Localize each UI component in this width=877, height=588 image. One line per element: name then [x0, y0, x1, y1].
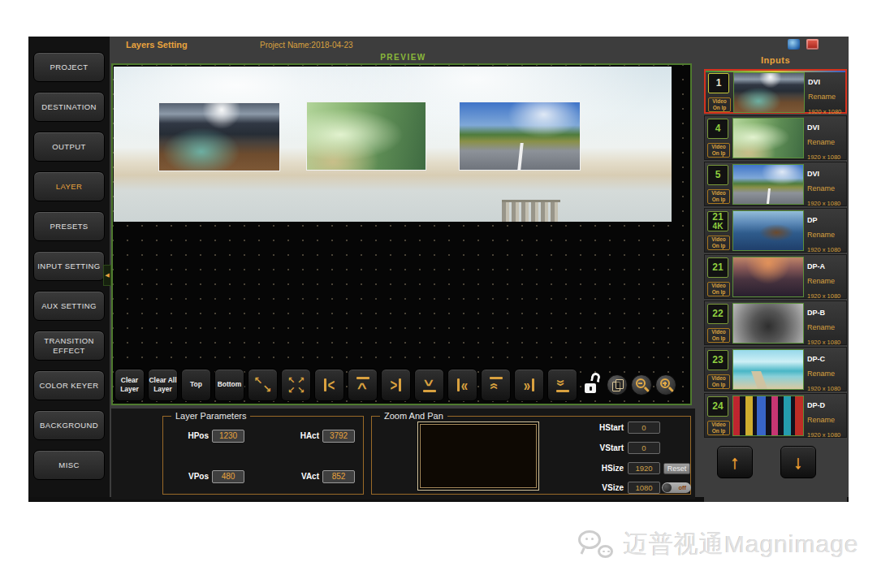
- sidebar-item-destination[interactable]: DESTINATION: [33, 92, 105, 122]
- hact-field[interactable]: 3792: [322, 430, 355, 443]
- zoom-in-button[interactable]: [655, 374, 676, 396]
- move-bottommost-button[interactable]: »: [547, 369, 577, 401]
- rename-button[interactable]: Rename: [807, 416, 835, 424]
- sidebar-item-transition-effect[interactable]: TRANSITION EFFECT: [33, 331, 105, 361]
- preview-canvas[interactable]: Clear Layer Clear All Layer Top Bottom ↖…: [111, 63, 692, 405]
- sidebar-item-project[interactable]: PROJECT: [33, 52, 105, 82]
- wechat-logo-icon: [578, 529, 616, 561]
- project-name: Project Name:2018-04-23: [260, 41, 353, 50]
- sidebar-collapse-handle[interactable]: ◀: [103, 265, 111, 286]
- input-thumbnail-city: [732, 396, 804, 436]
- toggle-state-label: off: [678, 484, 686, 491]
- align-top-icon: <: [356, 377, 369, 392]
- input-type: DP-D: [807, 401, 825, 409]
- sidebar: PROJECT DESTINATION OUTPUT LAYER PRESETS…: [28, 37, 110, 497]
- clear-all-layer-button[interactable]: Clear All Layer: [148, 369, 178, 401]
- rename-button[interactable]: Rename: [807, 323, 835, 331]
- input-item-24[interactable]: 24 VideoOn Ip DP-D Rename 1920 x 1080: [704, 393, 847, 438]
- pier-structure: [502, 200, 560, 222]
- vsize-field[interactable]: 1080: [628, 482, 660, 494]
- layer-3-road[interactable]: [459, 102, 581, 171]
- input-resolution: 1920 x 1080: [807, 292, 840, 300]
- rename-button[interactable]: Rename: [807, 277, 835, 285]
- layer-2-plant[interactable]: [306, 102, 426, 171]
- network-status-icon[interactable]: [788, 39, 800, 50]
- zoom-in-icon: [659, 378, 673, 391]
- zoom-out-button[interactable]: [631, 374, 652, 396]
- vpos-label: VPos: [176, 472, 209, 481]
- align-left-icon: <: [324, 378, 335, 391]
- input-thumbnail-plant: [732, 118, 804, 158]
- input-item-5[interactable]: 5 VideoOn Ip DVI Rename 1920 x 1080: [704, 162, 847, 206]
- move-topmost-icon: «: [490, 377, 503, 392]
- sidebar-item-misc[interactable]: MISC: [33, 450, 105, 480]
- hsize-label: HSize: [573, 464, 624, 473]
- move-rightmost-button[interactable]: »: [514, 369, 544, 401]
- align-bottom-button[interactable]: >: [414, 369, 444, 401]
- sidebar-item-presets[interactable]: PRESETS: [33, 211, 105, 241]
- input-item-4[interactable]: 4 VideoOn Ip DVI Rename 1920 x 1080: [704, 115, 847, 160]
- input-thumbnail-gorilla: [732, 303, 804, 344]
- sidebar-item-output[interactable]: OUTPUT: [33, 132, 105, 162]
- layer-1-canyon[interactable]: [158, 102, 280, 171]
- bottom-panel: Layer Parameters HPos 1230 HAct 3792 VPo…: [111, 409, 695, 499]
- move-bottommost-icon: »: [556, 377, 569, 392]
- copy-icon: [612, 379, 623, 391]
- align-right-icon: >: [391, 378, 402, 391]
- sidebar-item-aux-setting[interactable]: AUX SETTING: [33, 291, 105, 321]
- layer-toolbar: Clear Layer Clear All Layer Top Bottom ↖…: [114, 368, 676, 401]
- rename-button[interactable]: Rename: [807, 184, 835, 192]
- pan-preview-rect[interactable]: [417, 422, 539, 491]
- page-title: Layers Setting: [126, 40, 188, 50]
- rename-button[interactable]: Rename: [807, 138, 835, 146]
- rename-button[interactable]: Rename: [807, 231, 835, 239]
- inputs-scroll-up-button[interactable]: ↑: [717, 446, 753, 478]
- lock-button[interactable]: [581, 371, 603, 399]
- align-top-button[interactable]: <: [348, 369, 378, 401]
- clear-layer-button[interactable]: Clear Layer: [114, 369, 145, 401]
- vpos-field[interactable]: 480: [212, 470, 244, 483]
- input-resolution: 1920 x 1080: [807, 246, 840, 253]
- align-right-button[interactable]: >: [381, 369, 411, 401]
- device-status-icon[interactable]: [806, 39, 819, 50]
- input-number-badge: 4: [707, 119, 728, 139]
- vstart-field[interactable]: 0: [628, 442, 660, 454]
- resize-diagonal-icon: ↖↘: [253, 375, 273, 395]
- hstart-field[interactable]: 0: [628, 422, 660, 434]
- maximize-layer-button[interactable]: ↖↗↙↘: [281, 369, 311, 401]
- align-left-button[interactable]: <: [314, 369, 344, 401]
- move-topmost-button[interactable]: «: [481, 369, 511, 401]
- input-number-badge: 23: [707, 350, 728, 370]
- zoom-and-pan-title: Zoom And Pan: [380, 411, 447, 421]
- vact-field[interactable]: 852: [322, 470, 355, 483]
- input-item-21-4k[interactable]: 214K VideoOn Ip DP Rename 1920 x 1080: [704, 208, 847, 253]
- move-leftmost-button[interactable]: «: [447, 369, 477, 401]
- sidebar-item-background[interactable]: BACKGROUND: [33, 410, 105, 440]
- sidebar-item-input-setting[interactable]: INPUT SETTING: [33, 251, 105, 281]
- sidebar-item-color-keyer[interactable]: COLOR KEYER: [33, 370, 105, 400]
- hstart-label: HStart: [573, 423, 624, 432]
- input-item-23[interactable]: 23 VideoOn Ip DP-C Rename 1920 x 1080: [704, 347, 847, 391]
- video-on-ip-badge: VideoOn Ip: [707, 189, 730, 204]
- input-number-badge: 22: [707, 304, 728, 324]
- inputs-scroll-down-button[interactable]: ↓: [780, 446, 816, 478]
- input-item-21[interactable]: 21 VideoOn Ip DP-A Rename 1920 x 1080: [704, 254, 847, 299]
- hsize-field[interactable]: 1920: [628, 462, 660, 474]
- top-button[interactable]: Top: [181, 369, 211, 401]
- collapse-left-icon: ◀: [105, 272, 109, 279]
- preview-title: PREVIEW: [110, 53, 697, 62]
- vsize-toggle[interactable]: off: [662, 482, 691, 493]
- input-item-1[interactable]: 1 VideoOn Ip DVI Rename 1920 x 1080: [704, 69, 847, 114]
- bottom-button[interactable]: Bottom: [214, 369, 244, 401]
- unlock-icon: [585, 377, 600, 393]
- rename-button[interactable]: Rename: [808, 93, 836, 101]
- hpos-field[interactable]: 1230: [212, 430, 244, 443]
- watermark: 迈普视通Magnimage: [578, 528, 859, 561]
- reset-button[interactable]: Reset: [663, 463, 690, 474]
- copy-layer-button[interactable]: [607, 374, 628, 396]
- sidebar-item-layer[interactable]: LAYER: [33, 171, 105, 201]
- app-window: PROJECT DESTINATION OUTPUT LAYER PRESETS…: [28, 37, 849, 502]
- rename-button[interactable]: Rename: [807, 370, 835, 378]
- input-item-22[interactable]: 22 VideoOn Ip DP-B Rename 1920 x 1080: [704, 300, 847, 345]
- resize-layer-button[interactable]: ↖↘: [248, 369, 278, 401]
